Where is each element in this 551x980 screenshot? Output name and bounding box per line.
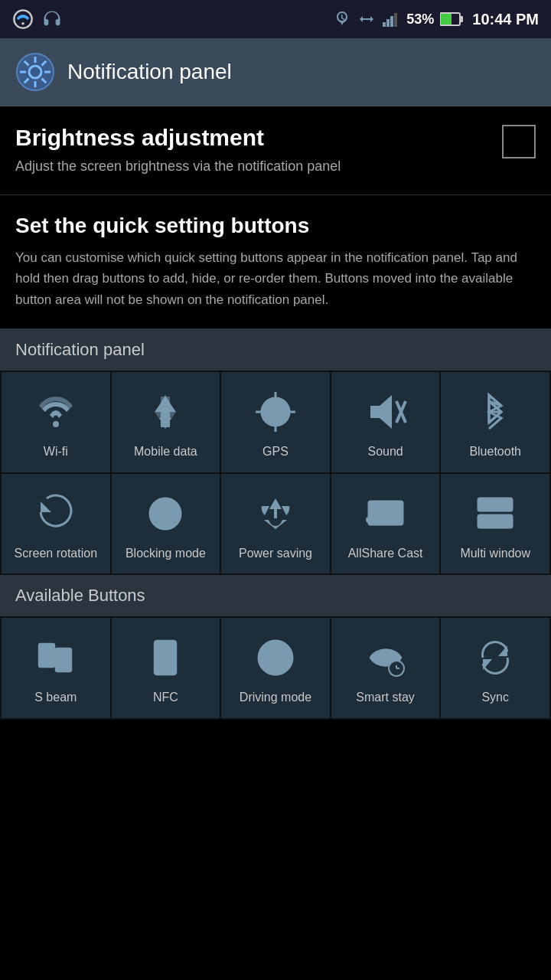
battery-status-icon (440, 12, 463, 26)
available-buttons-label: Available Buttons (0, 575, 551, 616)
battery-text: 53% (406, 11, 434, 28)
multi-window-button[interactable]: Multi window (441, 474, 549, 574)
nfc-button[interactable]: NFC (112, 618, 220, 718)
svg-point-36 (367, 518, 370, 521)
s-beam-button[interactable]: S beam (2, 618, 110, 718)
svg-rect-37 (478, 498, 512, 511)
svg-point-19 (53, 421, 59, 427)
gps-icon (251, 387, 300, 436)
status-bar-left (12, 8, 63, 30)
svg-rect-7 (441, 14, 452, 24)
brightness-title: Brightness adjustment (15, 125, 490, 151)
sound-button[interactable]: Sound (331, 372, 440, 472)
power-saving-button[interactable]: Power saving (221, 474, 330, 574)
bluetooth-icon (471, 387, 520, 436)
svg-point-48 (383, 655, 388, 660)
blocking-mode-button[interactable]: Blocking mode (112, 474, 220, 574)
svg-marker-32 (41, 501, 51, 512)
gps-button[interactable]: GPS (221, 372, 330, 472)
notification-panel-section: Notification panel Wi-fi (0, 329, 551, 576)
svg-rect-38 (478, 515, 512, 528)
svg-rect-5 (394, 13, 397, 27)
sync-button[interactable]: Sync (441, 618, 549, 718)
screen-rotation-button-label: Screen rotation (15, 546, 98, 562)
gps-button-label: GPS (262, 444, 289, 460)
mobile-data-button[interactable]: Mobile data (112, 372, 220, 472)
allshare-cast-icon (361, 489, 410, 538)
driving-mode-button-label: Driving mode (240, 690, 311, 706)
power-saving-button-label: Power saving (239, 546, 312, 562)
power-saving-icon (251, 489, 300, 538)
smart-stay-icon (361, 633, 410, 682)
svg-rect-8 (460, 16, 463, 22)
s-beam-button-label: S beam (34, 690, 77, 706)
brightness-section: Brightness adjustment Adjust the screen … (0, 106, 551, 195)
svg-rect-4 (390, 16, 393, 27)
status-bar-right: 53% 10:44 PM (333, 10, 539, 28)
page-header: Notification panel (0, 38, 551, 106)
wifi-button[interactable]: Wi-fi (2, 372, 110, 472)
wifi-button-label: Wi-fi (44, 444, 68, 460)
brightness-checkbox[interactable] (502, 125, 536, 158)
svg-point-1 (21, 22, 24, 25)
sound-button-label: Sound (367, 444, 403, 460)
brightness-description: Adjust the screen brightness via the not… (15, 157, 490, 176)
smart-stay-button[interactable]: Smart stay (331, 618, 440, 718)
available-buttons-section: Available Buttons S beam (0, 575, 551, 720)
svg-rect-3 (386, 19, 390, 27)
bluetooth-button-label: Bluetooth (469, 444, 521, 460)
quick-settings-description: You can customise which quick setting bu… (15, 247, 536, 310)
s-beam-icon (31, 633, 80, 682)
sync-icon (471, 633, 520, 682)
time-display: 10:44 PM (472, 11, 539, 28)
wifi-icon (31, 387, 80, 436)
allshare-cast-button[interactable]: AllShare Cast (331, 474, 440, 574)
svg-point-25 (271, 407, 280, 416)
screen-rotation-icon (31, 489, 80, 538)
multi-window-icon (471, 489, 520, 538)
mobile-data-button-label: Mobile data (134, 444, 197, 460)
multi-window-button-label: Multi window (460, 546, 530, 562)
mobile-data-icon (141, 387, 190, 436)
alarm-status-icon (333, 10, 351, 28)
svg-point-0 (14, 10, 31, 28)
notification-panel-label: Notification panel (0, 329, 551, 371)
quick-settings-title: Set the quick setting buttons (15, 214, 536, 238)
blocking-mode-icon (141, 489, 190, 538)
quick-settings-section: Set the quick setting buttons You can cu… (0, 195, 551, 329)
driving-mode-icon (251, 633, 300, 682)
allshare-cast-button-label: AllShare Cast (348, 546, 423, 562)
svg-point-41 (63, 660, 65, 662)
svg-rect-39 (39, 644, 54, 667)
driving-mode-button[interactable]: Driving mode (221, 618, 330, 718)
svg-point-43 (161, 667, 164, 670)
headphone-status-icon (41, 8, 63, 30)
blocking-mode-button-label: Blocking mode (126, 546, 206, 562)
notification-panel-grid: Wi-fi Mobile data (0, 371, 551, 576)
svg-point-45 (269, 652, 282, 664)
nfc-button-label: NFC (153, 690, 178, 706)
available-buttons-grid: S beam NFC (0, 616, 551, 720)
nfc-icon (141, 633, 190, 682)
settings-gear-icon (15, 52, 55, 92)
page-title: Notification panel (67, 60, 232, 84)
screen-rotation-button[interactable]: Screen rotation (2, 474, 110, 574)
status-bar: 53% 10:44 PM (0, 0, 551, 38)
sound-icon (361, 387, 410, 436)
data-status-icon (357, 10, 376, 28)
smart-stay-button-label: Smart stay (356, 690, 414, 706)
sync-button-label: Sync (481, 690, 509, 706)
signal-status-icon (382, 10, 400, 28)
bluetooth-button[interactable]: Bluetooth (441, 372, 549, 472)
wifi-status-icon (12, 8, 34, 30)
svg-rect-2 (383, 22, 386, 27)
brightness-text-block: Brightness adjustment Adjust the screen … (15, 125, 490, 176)
